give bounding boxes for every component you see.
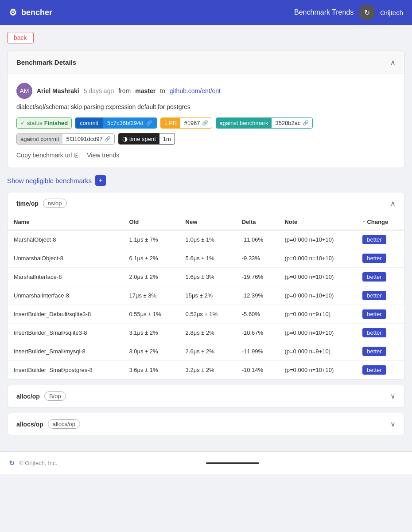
bench-table-0: Name Old New Delta Note ↑ Change Marshal… — [8, 214, 404, 379]
change-badge-7: better — [362, 365, 386, 375]
cell-delta-1: -9.33% — [236, 249, 279, 268]
scroll-bar-indicator — [206, 462, 259, 464]
cell-old-4: 0.55μs ± 1% — [123, 305, 179, 324]
sections-container: time/op ns/op ∧ Name Old New Delta Note … — [7, 192, 405, 435]
commit-badge: commit 5c7c36bf294d 🔗 — [75, 117, 157, 129]
bench-section-left-2: allocs/op allocs/op — [16, 419, 80, 429]
bench-section-header-2: allocs/op allocs/op ∨ — [8, 413, 404, 435]
chevron-up-icon[interactable]: ∧ — [390, 58, 396, 66]
cell-name-1: UnmarshalObject-8 — [8, 249, 123, 268]
cell-delta-2: -19.76% — [236, 268, 279, 286]
cell-change-1: better — [356, 249, 404, 268]
cell-note-3: (p=0.000 n=10+10) — [278, 286, 356, 305]
header-title: Benchmark Trends — [294, 8, 354, 16]
bench-section-left-1: alloc/op B/op — [16, 391, 66, 401]
status-check-icon: ✓ — [20, 120, 25, 126]
to-label: to — [160, 87, 165, 94]
badges-row-1: ✓ status Finished commit 5c7c36bf294d 🔗 … — [16, 117, 396, 129]
author-branch: master — [135, 87, 155, 94]
chevron-down-icon-2[interactable]: ∨ — [390, 420, 396, 428]
against-benchmark-value: 3528b2ac 🔗 — [272, 118, 312, 128]
time-spent-label: ◑ time spent — [119, 133, 159, 144]
cell-old-1: 6.1μs ± 2% — [123, 249, 179, 268]
author-row: AM Ariel Mashraki 5 days ago from master… — [16, 83, 396, 99]
bench-section-unit-0: ns/op — [43, 199, 67, 208]
pr-badge: ⤵ PR #1967 🔗 — [160, 117, 212, 129]
copy-url-link[interactable]: Copy benchmark url ⎘ — [16, 152, 78, 159]
author-time: 5 days ago — [84, 87, 114, 94]
against-commit-value: 5f31091dcd97 🔗 — [62, 134, 114, 144]
benchmark-details-card: Benchmark Details ∧ AM Ariel Mashraki 5 … — [7, 51, 405, 168]
show-negligible-container: Show negligible benchmarks + — [7, 175, 405, 186]
cell-delta-3: -12.39% — [236, 286, 279, 305]
table-row: InsertBuilder_Small/mysql-8 3.0μs ± 2% 2… — [8, 342, 404, 361]
cell-old-7: 3.6μs ± 1% — [123, 361, 179, 379]
change-badge-4: better — [362, 309, 386, 319]
logo-text: bencher — [21, 8, 52, 17]
header: ⚙ bencher Benchmark Trends ↻ Orijtech — [0, 0, 412, 25]
col-name: Name — [8, 214, 123, 230]
bench-section-header-0: time/op ns/op ∧ — [8, 192, 404, 214]
bench-section-name-2: allocs/op — [16, 421, 43, 428]
bench-section-header-1: alloc/op B/op ∨ — [8, 385, 404, 407]
cell-new-5: 2.8μs ± 2% — [179, 324, 236, 342]
main-content: back Benchmark Details ∧ AM Ariel Mashra… — [0, 25, 412, 448]
pr-link-icon[interactable]: 🔗 — [202, 120, 208, 126]
show-negligible-text[interactable]: Show negligible benchmarks — [7, 177, 92, 184]
view-trends-link[interactable]: View trends — [87, 152, 119, 159]
table-row: MarshalObject-8 1.1μs ± 7% 1.0μs ± 1% -1… — [8, 230, 404, 249]
col-delta: Delta — [236, 214, 279, 230]
repo-link[interactable]: github.com/ent/ent — [170, 87, 221, 94]
time-spent-value: 1m — [159, 134, 175, 144]
cell-note-7: (p=0.000 n=10+10) — [278, 361, 356, 379]
chevron-up-icon-0[interactable]: ∧ — [390, 199, 396, 207]
back-button[interactable]: back — [7, 32, 34, 43]
cell-new-2: 1.6μs ± 3% — [179, 268, 236, 286]
against-commit-label: against commit — [17, 134, 62, 144]
time-spent-badge: ◑ time spent 1m — [118, 133, 175, 145]
footer-text: © Orijtech, Inc. — [19, 460, 57, 466]
against-commit-badge: against commit 5f31091dcd97 🔗 — [16, 133, 115, 145]
cell-change-6: better — [356, 342, 404, 361]
benchmark-details-header: Benchmark Details ∧ — [8, 51, 404, 74]
cell-note-2: (p=0.000 n=10+10) — [278, 268, 356, 286]
cell-old-0: 1.1μs ± 7% — [123, 230, 179, 249]
commit-value: 5c7c36bf294d 🔗 — [103, 117, 157, 129]
cell-name-4: InsertBuilder_Default/sqlite3-8 — [8, 305, 123, 324]
chevron-down-icon-1[interactable]: ∨ — [390, 392, 396, 400]
change-badge-3: better — [362, 291, 386, 300]
author-name: Ariel Mashraki — [37, 87, 79, 94]
col-change: ↑ Change — [356, 214, 404, 230]
cell-note-6: (p=0.000 n=9+10) — [278, 342, 356, 361]
bench-section-unit-2: allocs/op — [48, 419, 80, 429]
cell-change-0: better — [356, 230, 404, 249]
cell-note-5: (p=0.000 n=10+10) — [278, 324, 356, 342]
cell-old-5: 3.1μs ± 2% — [123, 324, 179, 342]
cell-change-2: better — [356, 268, 404, 286]
cell-name-7: InsertBuilder_Small/postgres-8 — [8, 361, 123, 379]
change-badge-2: better — [362, 272, 386, 282]
col-note: Note — [278, 214, 356, 230]
cell-name-3: UnmarshalInterface-8 — [8, 286, 123, 305]
against-benchmark-link-icon[interactable]: 🔗 — [303, 120, 309, 126]
cell-new-7: 3.2μs ± 2% — [179, 361, 236, 379]
table-row: UnmarshalInterface-8 17μs ± 3% 15μs ± 2%… — [8, 286, 404, 305]
cell-old-6: 3.0μs ± 2% — [123, 342, 179, 361]
cell-note-4: (p=0.000 n=9+10) — [278, 305, 356, 324]
commit-link-icon[interactable]: 🔗 — [146, 120, 152, 126]
user-avatar[interactable]: ↻ — [359, 4, 375, 20]
cell-change-4: better — [356, 305, 404, 324]
against-commit-link-icon[interactable]: 🔗 — [105, 136, 111, 142]
pr-value: #1967 🔗 — [180, 118, 211, 128]
bench-section-0: time/op ns/op ∧ Name Old New Delta Note … — [7, 192, 405, 379]
against-benchmark-label: against benchmark — [216, 118, 272, 128]
change-badge-0: better — [362, 235, 386, 244]
footer-scroll-bar — [206, 462, 259, 464]
commit-message: dialect/sql/schema: skip parsing express… — [16, 103, 396, 110]
table-row: InsertBuilder_Default/sqlite3-8 0.55μs ±… — [8, 305, 404, 324]
cell-delta-7: -10.14% — [236, 361, 279, 379]
benchmark-details-body: AM Ariel Mashraki 5 days ago from master… — [8, 74, 404, 168]
table-header-row: Name Old New Delta Note ↑ Change — [8, 214, 404, 230]
show-negligible-plus-button[interactable]: + — [95, 175, 106, 186]
from-label: from — [118, 87, 131, 94]
